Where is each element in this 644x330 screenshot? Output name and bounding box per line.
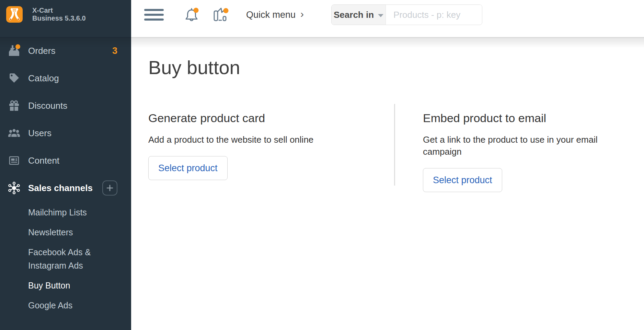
gift-icon — [7, 99, 21, 112]
sidebar-subitem-google-ads[interactable]: Google Ads — [28, 299, 111, 312]
hamburger-menu-icon[interactable] — [144, 9, 164, 21]
sidebar-subitem-buy-button[interactable]: Buy Button — [28, 279, 111, 292]
global-search: Search in — [331, 4, 482, 25]
brand[interactable]: X-Cart Business 5.3.6.0 — [0, 0, 131, 23]
sidebar: X-Cart Business 5.3.6.0 Orders 3 — [0, 0, 131, 330]
sidebar-item-content[interactable]: Content — [0, 147, 131, 174]
topbar: Quick menu › Search in — [131, 0, 644, 37]
sales-channels-subnav: Mailchimp Lists Newsletters Facebook Ads… — [0, 202, 131, 312]
sidebar-item-label: Content — [28, 155, 59, 166]
add-sales-channel-button[interactable] — [102, 180, 117, 196]
vertical-divider — [394, 104, 395, 186]
app-title-line2: Business 5.3.6.0 — [32, 14, 86, 22]
orders-count-badge: 3 — [112, 46, 117, 56]
sidebar-item-label: Catalog — [28, 73, 59, 84]
quick-menu-button[interactable]: Quick menu › — [246, 9, 304, 21]
sidebar-subitem-mailchimp-lists[interactable]: Mailchimp Lists — [28, 206, 111, 219]
tag-icon — [7, 72, 21, 84]
sidebar-nav: Orders 3 Catalog Di — [0, 37, 131, 312]
sidebar-item-label: Orders — [28, 46, 55, 56]
notifications-bell-icon[interactable] — [184, 7, 200, 23]
embed-product-email-panel: Embed product to email Get a link to the… — [423, 111, 629, 192]
sidebar-item-catalog[interactable]: Catalog — [0, 64, 131, 92]
orders-inbox-icon — [7, 44, 21, 57]
app-title-line1: X-Cart — [32, 7, 86, 14]
quick-menu-label: Quick menu — [246, 10, 296, 20]
panel-heading: Generate product card — [148, 111, 395, 125]
app-title: X-Cart Business 5.3.6.0 — [32, 7, 86, 22]
generate-product-card-panel: Generate product card Add a product to t… — [148, 111, 395, 192]
sidebar-subitem-newsletters[interactable]: Newsletters — [28, 226, 111, 239]
search-scope-label: Search in — [334, 10, 374, 20]
sidebar-item-sales-channels[interactable]: Sales channels — [0, 174, 131, 202]
newspaper-icon — [7, 154, 21, 167]
sidebar-item-label: Users — [28, 128, 51, 139]
select-product-button-website[interactable]: Select product — [148, 156, 228, 180]
hub-network-icon — [7, 181, 21, 195]
page-title: Buy button — [148, 56, 644, 79]
sidebar-item-label: Sales channels — [28, 183, 93, 193]
chevron-right-icon: › — [300, 9, 304, 21]
users-group-icon — [7, 127, 21, 140]
sidebar-item-orders[interactable]: Orders 3 — [0, 37, 131, 64]
search-scope-dropdown[interactable]: Search in — [332, 5, 386, 25]
sidebar-subitem-facebook-instagram-ads[interactable]: Facebook Ads & Instagram Ads — [28, 246, 111, 272]
panel-description: Add a product to the website to sell onl… — [148, 134, 395, 146]
sidebar-item-discounts[interactable]: Discounts — [0, 92, 131, 119]
sidebar-item-users[interactable]: Users — [0, 119, 131, 147]
main-content: Buy button Generate product card Add a p… — [131, 37, 644, 330]
xcart-logo-icon — [6, 6, 23, 23]
select-product-button-email[interactable]: Select product — [423, 168, 502, 192]
buy-button-panels: Generate product card Add a product to t… — [148, 111, 644, 192]
chevron-down-icon — [378, 14, 383, 17]
panel-heading: Embed product to email — [423, 111, 629, 125]
whats-new-chart-icon[interactable] — [212, 7, 229, 23]
panel-description: Get a link to the product to use in your… — [423, 134, 629, 158]
sidebar-item-label: Discounts — [28, 101, 67, 111]
search-input[interactable] — [386, 5, 482, 25]
